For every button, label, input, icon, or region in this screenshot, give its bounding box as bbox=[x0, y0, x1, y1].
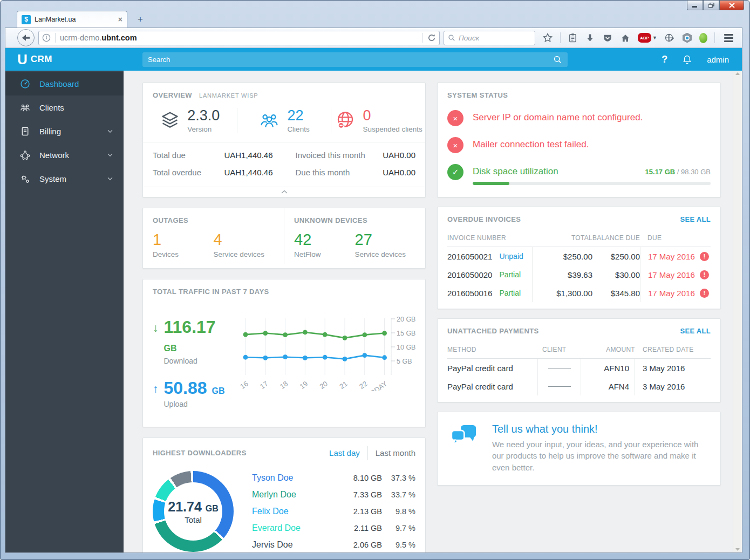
svg-text:20 GB: 20 GB bbox=[397, 316, 415, 323]
system-status-card: SYSTEM STATUS × Server IP or domain name… bbox=[437, 83, 721, 197]
site-favicon: $ bbox=[22, 15, 31, 24]
svg-text:17: 17 bbox=[258, 379, 270, 391]
info-icon[interactable] bbox=[42, 33, 51, 42]
scroll-up-icon[interactable] bbox=[735, 72, 740, 75]
stat-clients: 22Clients bbox=[237, 108, 331, 133]
chat-bubbles-icon bbox=[451, 423, 477, 448]
downloader-name-1[interactable]: Merlyn Doe bbox=[252, 490, 332, 500]
empty-client-dash bbox=[548, 386, 571, 387]
adblock-caret-icon: ▼ bbox=[652, 35, 657, 40]
svg-text:22: 22 bbox=[358, 379, 369, 391]
page-viewport: U CRM Search ? admin bbox=[5, 48, 742, 553]
scroll-down-icon[interactable] bbox=[735, 548, 740, 551]
url-text[interactable]: ucrm-demo.ubnt.com bbox=[60, 33, 418, 42]
upload-total: ↑ 50.88 GB Upload bbox=[153, 379, 233, 408]
toolbar-divider bbox=[714, 32, 715, 43]
overdue-invoices-card: OVERDUE INVOICES SEE ALL INVOICE NUMBER … bbox=[437, 207, 721, 309]
downloader-name-2[interactable]: Felix Doe bbox=[252, 507, 332, 516]
error-x-icon: × bbox=[447, 137, 463, 153]
downloads-icon[interactable] bbox=[585, 33, 595, 43]
restore-button[interactable] bbox=[703, 1, 719, 10]
tab-close-icon[interactable]: × bbox=[118, 15, 122, 24]
browser-tab[interactable]: $ LanMarket.ua × bbox=[17, 11, 127, 28]
invoices-table-header: INVOICE NUMBER TOTAL BALANCE DUE DUE bbox=[447, 229, 711, 247]
chevron-down-icon bbox=[106, 175, 114, 182]
downloader-name-0[interactable]: Tyson Doe bbox=[252, 473, 332, 483]
svg-text:19: 19 bbox=[298, 379, 310, 391]
url-bar[interactable]: ucrm-demo.ubnt.com bbox=[38, 31, 440, 45]
tab-last-month[interactable]: Last month bbox=[376, 448, 415, 457]
chevron-up-icon bbox=[281, 190, 288, 194]
status-disk-row: ✓ Disk space utilization 15.17 GB / 98.3… bbox=[438, 159, 720, 190]
minimize-button[interactable] bbox=[687, 1, 703, 10]
stat-suspended-clients: 0Suspended clients bbox=[331, 108, 425, 133]
urlbar-divider bbox=[55, 33, 56, 43]
sidebar-item-clients[interactable]: Clients bbox=[5, 95, 124, 119]
svg-text:20: 20 bbox=[318, 379, 329, 391]
error-x-icon: × bbox=[447, 110, 463, 126]
feedback-title[interactable]: Tell us what you think! bbox=[492, 423, 707, 435]
reload-icon[interactable] bbox=[427, 33, 436, 42]
tab-title: LanMarket.ua bbox=[35, 16, 114, 23]
user-menu[interactable]: admin bbox=[707, 55, 729, 64]
invoice-number[interactable]: 2016050021 bbox=[447, 252, 492, 261]
stat-version: 2.3.0Version bbox=[143, 108, 237, 133]
extension-green-icon[interactable] bbox=[699, 33, 707, 43]
close-icon bbox=[729, 3, 735, 8]
overview-collapse-button[interactable] bbox=[143, 187, 425, 197]
downloader-row: Everard Doe 2.11 GB9.7 % bbox=[252, 520, 415, 537]
ucrm-search-placeholder: Search bbox=[148, 56, 553, 64]
invoice-status-2: Partial bbox=[499, 289, 521, 297]
invoice-status-1: Partial bbox=[499, 270, 521, 279]
globe-minus-icon bbox=[335, 110, 356, 131]
ucrm-search-input[interactable]: Search bbox=[142, 52, 568, 67]
invoice-number[interactable]: 2016050020 bbox=[447, 270, 492, 279]
status-error-row: × Mailer connection test failed. bbox=[438, 132, 720, 159]
downloader-name-4[interactable]: Jervis Doe bbox=[252, 540, 332, 550]
overdue-badge-icon: ! bbox=[700, 270, 709, 279]
svg-text:21: 21 bbox=[338, 379, 349, 391]
page-scrollbar[interactable] bbox=[733, 71, 742, 552]
see-all-link[interactable]: SEE ALL bbox=[680, 215, 711, 223]
notifications-bell-icon[interactable] bbox=[681, 54, 693, 65]
card-title: TOTAL TRAFFIC IN PAST 7 DAYS bbox=[153, 288, 269, 296]
bookmark-star-icon[interactable] bbox=[542, 32, 553, 43]
invoice-number[interactable]: 2016050016 bbox=[447, 289, 492, 298]
overview-row: Due this monthUAH0.00 bbox=[296, 164, 416, 181]
disk-progress-fill bbox=[473, 182, 509, 185]
outages-section: OUTAGES 1 Devices 4 Service devices bbox=[143, 208, 284, 264]
toolbar-divider bbox=[560, 32, 561, 43]
browser-search-placeholder: Поиск bbox=[459, 34, 479, 42]
download-arrow-icon: ↓ bbox=[153, 318, 159, 365]
close-button[interactable] bbox=[719, 1, 744, 10]
new-tab-button[interactable]: + bbox=[133, 13, 147, 25]
browser-search-field[interactable]: Поиск bbox=[444, 31, 535, 45]
tab-last-day[interactable]: Last day bbox=[329, 448, 360, 457]
sidebar-item-network[interactable]: Network bbox=[5, 143, 124, 167]
downloader-name-3[interactable]: Everard Doe bbox=[252, 523, 332, 533]
extension-eye-icon[interactable] bbox=[682, 33, 692, 43]
reading-list-icon[interactable] bbox=[568, 32, 578, 43]
sidebar-item-billing[interactable]: Billing bbox=[5, 119, 124, 143]
home-icon[interactable] bbox=[620, 33, 631, 43]
back-button[interactable] bbox=[17, 29, 35, 46]
card-title: OVERDUE INVOICES bbox=[447, 215, 521, 223]
feedback-card: Tell us what you think! We need your inp… bbox=[437, 412, 721, 486]
network-nodes-icon bbox=[19, 149, 31, 161]
translate-globe-icon[interactable] bbox=[664, 32, 675, 43]
see-all-link[interactable]: SEE ALL bbox=[680, 327, 711, 335]
downloader-row: Felix Doe 2.13 GB9.8 % bbox=[252, 503, 415, 520]
minimize-icon bbox=[692, 3, 698, 8]
downloader-row: Merlyn Doe 7.33 GB33.7 % bbox=[252, 487, 415, 503]
help-button[interactable]: ? bbox=[662, 54, 667, 65]
pocket-icon[interactable] bbox=[602, 33, 613, 43]
svg-text:TODAY: TODAY bbox=[365, 379, 388, 391]
sidebar-item-system[interactable]: System bbox=[5, 167, 124, 190]
outage-devices: 1 Devices bbox=[153, 231, 214, 258]
card-title: HIGHEST DOWNLOADERS bbox=[153, 449, 247, 457]
ucrm-logo[interactable]: U CRM bbox=[5, 52, 124, 66]
card-title: OVERVIEW bbox=[153, 91, 192, 99]
menu-button[interactable] bbox=[722, 34, 738, 42]
sidebar-item-dashboard[interactable]: Dashboard bbox=[5, 72, 124, 95]
adblock-button[interactable]: ABP ▼ bbox=[638, 33, 657, 43]
